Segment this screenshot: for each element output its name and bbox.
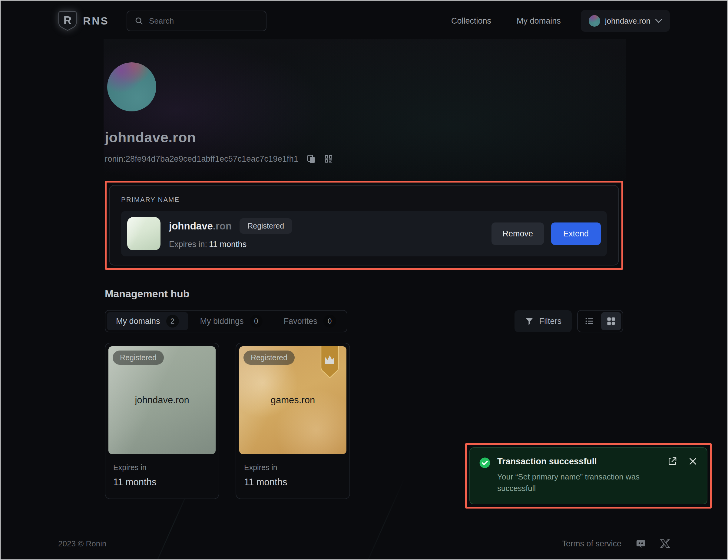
search-box[interactable] (127, 11, 266, 31)
tab-my-domains[interactable]: My domains 2 (107, 312, 188, 330)
chevron-down-icon (655, 19, 662, 23)
transaction-toast: Transaction successfull Your “Set primar… (469, 447, 707, 504)
qr-code-icon[interactable] (324, 154, 333, 164)
domain-card-art: Registered games.ron (239, 346, 346, 454)
crown-pennant-icon (320, 346, 340, 380)
nav-collections[interactable]: Collections (451, 16, 491, 26)
rns-logo[interactable]: R RNS (58, 11, 109, 31)
registered-badge: Registered (243, 350, 295, 365)
account-name: johndave.ron (605, 16, 650, 26)
primary-domain-name: johndave (169, 220, 213, 232)
expires-label: Expires in (113, 463, 211, 472)
page-footer: 2023 © Ronin Terms of service (58, 538, 670, 549)
copyright-text: 2023 © Ronin (58, 539, 106, 548)
expires-value: 11 months (244, 477, 342, 488)
extend-button[interactable]: Extend (551, 223, 601, 245)
footer-links: Terms of service (562, 538, 670, 549)
main-content: johndave.ron ronin:28fe94d7ba2e9ced1abff… (105, 62, 623, 499)
x-twitter-icon[interactable] (660, 539, 670, 548)
registered-badge: Registered (113, 350, 164, 365)
tab-my-biddings-count: 0 (250, 315, 263, 327)
toast-title: Transaction successfull (497, 456, 661, 466)
logo-text: RNS (83, 15, 109, 27)
search-icon (134, 16, 144, 25)
toolbar-right: Filters (515, 310, 624, 332)
wallet-address-row: ronin:28fe94d7ba2e9ced1abff1ec57c1eac7c1… (105, 154, 623, 164)
grid-view-button[interactable] (601, 312, 621, 330)
terms-of-service-link[interactable]: Terms of service (562, 539, 621, 548)
filter-icon (525, 316, 534, 326)
top-navigation-bar: R RNS Collections My domains johndave.ro… (1, 1, 727, 41)
search-input[interactable] (149, 16, 259, 26)
grid-view-icon (606, 316, 616, 326)
tab-favorites[interactable]: Favorites 0 (275, 312, 345, 330)
svg-text:R: R (64, 14, 72, 27)
expires-value: 11 months (113, 477, 211, 488)
filters-button[interactable]: Filters (515, 310, 572, 332)
domain-card-footer: Expires in 11 months (239, 454, 346, 495)
tab-my-biddings[interactable]: My biddings 0 (191, 312, 272, 330)
management-toolbar: My domains 2 My biddings 0 Favorites 0 (105, 310, 623, 332)
toast-message: Your “Set primary name” transaction was … (497, 471, 661, 494)
primary-name-card: johndave .ron Registered Expires in:11 m… (121, 211, 607, 257)
copy-icon[interactable] (306, 154, 316, 164)
profile-avatar (107, 62, 156, 111)
domain-card-johndave[interactable]: Registered johndave.ron Expires in 11 mo… (105, 343, 219, 499)
close-icon[interactable] (688, 456, 698, 466)
list-view-icon (584, 316, 594, 326)
domain-card-games[interactable]: Registered games.ron Expires in 11 month… (236, 343, 350, 499)
wallet-address: ronin:28fe94d7ba2e9ced1abff1ec57c1eac7c1… (105, 154, 298, 164)
success-check-icon (479, 457, 491, 469)
primary-name-label: PRIMARY NAME (121, 196, 607, 204)
tab-group: My domains 2 My biddings 0 Favorites 0 (105, 310, 347, 332)
tab-my-domains-count: 2 (166, 315, 179, 327)
primary-name-panel: PRIMARY NAME johndave .ron Registered Ex… (109, 185, 619, 266)
toast-text: Transaction successfull Your “Set primar… (497, 456, 661, 494)
domain-card-art: Registered johndave.ron (108, 346, 216, 454)
domain-card-name: johndave.ron (135, 395, 189, 406)
header-nav: Collections My domains (451, 16, 561, 26)
external-link-icon[interactable] (667, 456, 677, 466)
account-avatar (589, 15, 600, 27)
expires-label: Expires in (244, 463, 342, 472)
domain-card-name: games.ron (271, 395, 315, 406)
discord-icon[interactable] (635, 538, 646, 549)
view-toggle-group (577, 310, 623, 332)
list-view-button[interactable] (579, 312, 599, 330)
account-menu-button[interactable]: johndave.ron (581, 10, 670, 32)
primary-expires: Expires in:11 months (169, 240, 292, 249)
page-title: johndave.ron (105, 129, 623, 146)
domain-thumbnail (127, 217, 160, 250)
primary-domain-tld: .ron (213, 220, 232, 232)
annotation-box-primary-name: PRIMARY NAME johndave .ron Registered Ex… (105, 181, 623, 270)
app-window: R RNS Collections My domains johndave.ro… (0, 0, 728, 560)
domain-card-footer: Expires in 11 months (108, 454, 216, 495)
primary-domain-info: johndave .ron Registered Expires in:11 m… (169, 218, 292, 249)
tab-favorites-count: 0 (323, 315, 336, 327)
nav-my-domains[interactable]: My domains (517, 16, 561, 26)
rns-shield-logo-icon: R (58, 11, 77, 31)
remove-button[interactable]: Remove (491, 223, 544, 245)
registered-status-badge: Registered (240, 218, 292, 234)
toast-actions (667, 456, 698, 466)
annotation-box-toast: Transaction successfull Your “Set primar… (465, 443, 712, 509)
management-hub-title: Management hub (105, 288, 623, 300)
